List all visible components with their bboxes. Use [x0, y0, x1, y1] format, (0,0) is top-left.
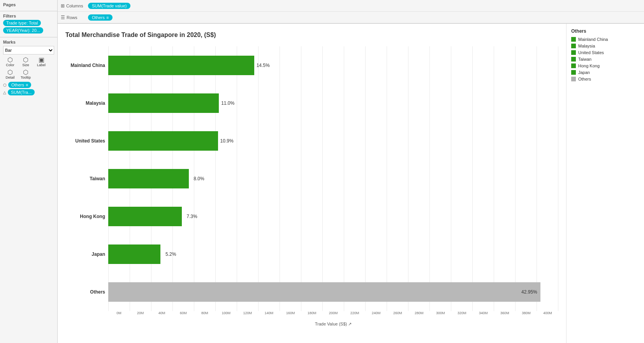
y-label-1: Malaysia: [65, 100, 108, 106]
marks-sum-pill[interactable]: SUM(Tra...: [8, 89, 35, 95]
size-label: Size: [22, 63, 29, 67]
legend-item-3: Taiwan: [571, 57, 639, 62]
pill-icon-0: ⬡: [3, 83, 7, 87]
legend-swatch-6: [571, 77, 576, 81]
tooltip-label: Tooltip: [21, 76, 31, 79]
legend-item-1: Malaysia: [571, 44, 639, 48]
legend-item-2: United States: [571, 50, 639, 55]
pill-expand-icon: ≡: [26, 83, 28, 87]
bar-3[interactable]: 8.0%: [108, 169, 189, 188]
bar-value-label-3: 8.0%: [194, 176, 204, 181]
bar-row-4: 7.3%: [108, 205, 558, 228]
rows-grid-icon: ☰: [61, 15, 65, 20]
legend-item-6: Others: [571, 77, 639, 81]
color-label: Color: [6, 63, 14, 67]
bar-row-1: 11.0%: [108, 91, 558, 115]
marks-others-label: Others: [11, 83, 24, 87]
legend-swatch-4: [571, 63, 576, 68]
y-label-5: Japan: [65, 252, 108, 257]
legend-swatch-0: [571, 37, 576, 42]
bar-4[interactable]: 7.3%: [108, 207, 182, 226]
filter-pill-0[interactable]: Trade type: Total: [3, 20, 41, 26]
columns-text: Columns: [66, 4, 83, 8]
rows-pill-label: Others: [92, 15, 105, 20]
main-content: ⊞ Columns SUM(Trade value) ☰ Rows Others…: [58, 0, 644, 343]
rows-pill[interactable]: Others ≡: [88, 14, 113, 21]
toolbar: ⊞ Columns SUM(Trade value) ☰ Rows Others…: [58, 0, 644, 24]
legend-panel: Others Mainland ChinaMalaysiaUnited Stat…: [566, 24, 644, 343]
rows-text: Rows: [67, 15, 77, 20]
legend-item-0: Mainland China: [571, 37, 639, 42]
chart-title: Total Merchandise Trade of Singapore in …: [65, 32, 558, 39]
bars-and-grid: 14.5%11.0%10.9%8.0%7.3%5.2%42.95% 0M20M4…: [108, 46, 558, 323]
marks-icons-row: ⬡ Color ⬡ Size ▣ Label: [3, 57, 54, 67]
color-icon: ⬡: [7, 57, 13, 63]
label-icon: ▣: [39, 57, 44, 63]
legend-label-1: Malaysia: [578, 44, 595, 48]
filters-label: Filters: [3, 14, 54, 18]
pages-section: Pages: [0, 0, 57, 11]
legend-title: Others: [571, 28, 639, 34]
legend-swatch-5: [571, 70, 576, 75]
label-mark[interactable]: ▣ Label: [34, 57, 48, 67]
bar-value-label-1: 11.0%: [221, 100, 234, 106]
bar-row-0: 14.5%: [108, 54, 558, 77]
label-label: Label: [37, 63, 46, 67]
bar-value-label-5: 5.2%: [165, 252, 176, 257]
bar-value-label-0: 14.5%: [257, 63, 270, 68]
rows-pill-icon: ≡: [106, 15, 109, 20]
chart-wrapper: Total Merchandise Trade of Singapore in …: [58, 24, 644, 343]
bar-6[interactable]: 42.95%: [108, 282, 540, 302]
filter-pill-1[interactable]: YEAR(Year): 20...: [3, 27, 43, 33]
y-label-6: Others: [65, 289, 108, 295]
columns-label: ⊞ Columns: [61, 3, 88, 9]
bar-row-3: 8.0%: [108, 167, 558, 190]
marks-type-select[interactable]: Bar: [3, 46, 54, 55]
marks-icons-row2: ⬡ Detail ⬡ Tooltip: [3, 69, 54, 79]
marks-label: Marks: [3, 40, 54, 44]
bars-container: 14.5%11.0%10.9%8.0%7.3%5.2%42.95%: [108, 46, 558, 323]
left-panel: Pages Filters Trade type: Total YEAR(Yea…: [0, 0, 58, 343]
bar-2[interactable]: 10.9%: [108, 131, 218, 151]
detail-icon: ⬡: [7, 69, 13, 76]
legend-label-2: United States: [578, 50, 604, 55]
tooltip-mark[interactable]: ⬡ Tooltip: [19, 69, 33, 79]
pages-label: Pages: [3, 2, 54, 7]
y-label-2: United States: [65, 138, 108, 144]
size-mark[interactable]: ⬡ Size: [19, 57, 33, 67]
marks-pill-row-1: △ SUM(Tra...: [3, 89, 54, 95]
chart-inner: Mainland ChinaMalaysiaUnited StatesTaiwa…: [65, 46, 558, 323]
detail-label: Detail: [5, 76, 14, 79]
legend-item-5: Japan: [571, 70, 639, 75]
bar-row-5: 5.2%: [108, 243, 558, 266]
marks-pill-row-0: ⬡ Others ≡: [3, 82, 54, 88]
marks-section: Marks Bar ⬡ Color ⬡ Size ▣ Label ⬡ Detai…: [0, 37, 57, 99]
y-label-3: Taiwan: [65, 176, 108, 181]
bar-5[interactable]: 5.2%: [108, 244, 160, 264]
legend-label-6: Others: [578, 77, 591, 81]
legend-swatch-1: [571, 44, 576, 48]
detail-mark[interactable]: ⬡ Detail: [3, 69, 17, 79]
marks-sum-label: SUM(Tra...: [11, 90, 32, 95]
legend-label-4: Hong Kong: [578, 63, 600, 68]
legend-swatch-3: [571, 57, 576, 62]
rows-label: ☰ Rows: [61, 15, 88, 20]
color-mark[interactable]: ⬡ Color: [3, 57, 17, 67]
bar-value-label-4: 7.3%: [187, 214, 197, 219]
bar-row-2: 10.9%: [108, 129, 558, 153]
marks-others-pill[interactable]: Others ≡: [8, 82, 31, 88]
bar-row-6: 42.95%: [108, 280, 558, 304]
bar-value-label-6: 42.95%: [521, 289, 537, 295]
tooltip-icon: ⬡: [23, 69, 28, 76]
bar-1[interactable]: 11.0%: [108, 93, 219, 113]
chart-area: Total Merchandise Trade of Singapore in …: [58, 24, 566, 343]
bar-0[interactable]: 14.5%: [108, 56, 254, 75]
columns-pill[interactable]: SUM(Trade value): [88, 3, 130, 9]
columns-grid-icon: ⊞: [61, 3, 65, 9]
y-axis: Mainland ChinaMalaysiaUnited StatesTaiwa…: [65, 46, 108, 323]
filters-section: Filters Trade type: Total YEAR(Year): 20…: [0, 11, 57, 37]
pill-icon-1: △: [3, 90, 6, 95]
y-label-0: Mainland China: [65, 63, 108, 68]
y-label-4: Hong Kong: [65, 214, 108, 219]
legend-label-0: Mainland China: [578, 37, 608, 42]
